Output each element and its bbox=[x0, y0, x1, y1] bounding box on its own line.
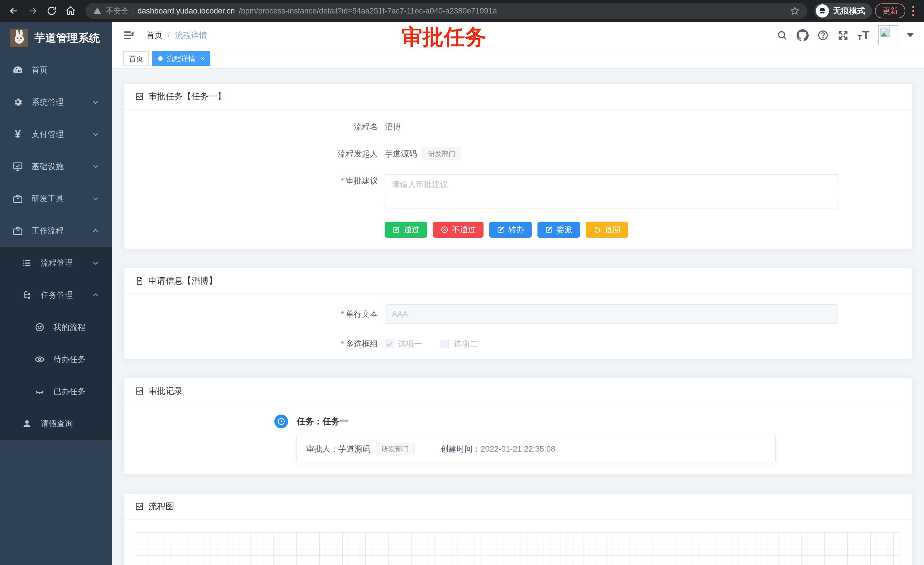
text-field-label: *单行文本 bbox=[280, 307, 378, 321]
update-button[interactable]: 更新 bbox=[875, 3, 905, 18]
card-header: 审批记录 bbox=[124, 379, 912, 404]
clock-icon bbox=[274, 415, 288, 428]
active-tab-dot bbox=[158, 56, 163, 61]
main-area: 首页 / 流程详情 TT 首页 bbox=[112, 22, 924, 565]
url-path: /bpm/process-instance/detail?id=54aa251f… bbox=[239, 7, 497, 15]
document-icon bbox=[135, 276, 144, 285]
face-icon bbox=[33, 322, 46, 332]
button-label: 委派 bbox=[556, 224, 573, 235]
sidebar-item-process-management[interactable]: 流程管理 bbox=[0, 247, 112, 279]
approver-label: 审批人： bbox=[306, 443, 338, 454]
card-header: 申请信息【滔博】 bbox=[124, 268, 912, 294]
chevron-up-icon bbox=[92, 227, 99, 234]
required-asterisk: * bbox=[341, 176, 344, 185]
back-icon[interactable] bbox=[6, 3, 22, 19]
sidebar-item-devtools[interactable]: 研发工具 bbox=[0, 183, 112, 215]
collapse-sidebar-icon[interactable] bbox=[122, 29, 135, 42]
dashboard-icon bbox=[12, 65, 24, 75]
app-header: 首页 / 流程详情 TT bbox=[112, 22, 924, 49]
breadcrumb-home[interactable]: 首页 bbox=[146, 30, 162, 41]
browser-toolbar: 不安全 dashboard.yudao.iocoder.cn /bpm/proc… bbox=[0, 0, 924, 22]
search-icon[interactable] bbox=[777, 30, 788, 41]
card-title: 申请信息【滔博】 bbox=[148, 275, 217, 287]
home-icon[interactable] bbox=[63, 3, 79, 19]
briefcase-icon bbox=[12, 193, 24, 204]
sidebar-item-todo-tasks[interactable]: 待办任务 bbox=[0, 343, 112, 376]
chevron-down-icon bbox=[92, 259, 99, 267]
approve-button[interactable]: 通过 bbox=[385, 222, 427, 238]
yen-icon: ¥ bbox=[12, 128, 24, 140]
return-button[interactable]: 退回 bbox=[586, 222, 628, 238]
logo-rabbit-image bbox=[10, 29, 28, 47]
bookmark-star-icon[interactable] bbox=[790, 6, 800, 16]
person-icon bbox=[21, 419, 33, 429]
tab-home[interactable]: 首页 bbox=[123, 51, 149, 66]
breadcrumb-separator: / bbox=[168, 31, 170, 40]
breadcrumb: 首页 / 流程详情 bbox=[146, 30, 207, 41]
checkbox-group: 选项一 选项二 bbox=[385, 337, 496, 351]
eye-open-icon bbox=[33, 354, 46, 365]
card-title: 流程图 bbox=[148, 501, 174, 512]
advice-textarea[interactable] bbox=[385, 174, 838, 209]
initiator-label: 流程发起人 bbox=[280, 147, 378, 161]
chevron-down-icon bbox=[92, 131, 99, 138]
reload-icon[interactable] bbox=[44, 3, 60, 19]
sidebar-item-task-management[interactable]: 任务管理 bbox=[0, 279, 112, 311]
annotation-title: 审批任务 bbox=[401, 23, 486, 52]
process-name-label: 流程名 bbox=[280, 120, 378, 134]
created-label: 创建时间： bbox=[441, 443, 481, 454]
github-icon[interactable] bbox=[796, 29, 808, 41]
chevron-down-icon[interactable] bbox=[907, 33, 914, 37]
advice-label: *审批建议 bbox=[280, 174, 378, 188]
picture-icon bbox=[135, 92, 144, 101]
app-logo[interactable]: 芋道管理系统 bbox=[0, 22, 112, 54]
list-icon bbox=[21, 258, 33, 268]
sidebar-item-infrastructure[interactable]: 基础设施 bbox=[0, 150, 112, 183]
checkbox-group-label: *多选框组 bbox=[280, 337, 378, 351]
help-icon[interactable] bbox=[817, 30, 829, 41]
monitor-icon bbox=[12, 161, 24, 172]
single-line-text-input[interactable] bbox=[385, 304, 838, 324]
chevron-down-icon bbox=[92, 98, 99, 106]
close-tab-icon[interactable]: × bbox=[201, 55, 205, 62]
sidebar-item-my-process[interactable]: 我的流程 bbox=[0, 311, 112, 343]
delegate-button[interactable]: 委派 bbox=[537, 222, 580, 238]
card-header: 审批任务【任务一】 bbox=[124, 84, 912, 110]
sidebar-item-label: 支付管理 bbox=[32, 129, 84, 140]
browser-menu-icon[interactable] bbox=[908, 6, 918, 16]
button-label: 转办 bbox=[508, 224, 524, 235]
button-label: 通过 bbox=[404, 224, 420, 235]
sidebar-item-label: 研发工具 bbox=[32, 193, 84, 204]
sidebar-item-label: 待办任务 bbox=[53, 354, 99, 365]
approval-timeline: 任务：任务一 审批人： 芋道源码 研发部门 创建时间： 2022-01-21 2… bbox=[274, 415, 900, 463]
sidebar-item-leave-query[interactable]: 请假查询 bbox=[0, 408, 112, 440]
fullscreen-icon[interactable] bbox=[837, 30, 849, 41]
forward-icon[interactable] bbox=[25, 3, 41, 19]
sidebar-item-system[interactable]: 系统管理 bbox=[0, 86, 112, 118]
tab-process-detail[interactable]: 流程详情 × bbox=[152, 51, 210, 66]
transfer-button[interactable]: 转办 bbox=[489, 222, 532, 238]
bpmn-diagram-canvas[interactable] bbox=[136, 532, 900, 565]
card-title: 审批记录 bbox=[148, 385, 183, 397]
checkbox-option-1[interactable]: 选项一 bbox=[385, 338, 422, 349]
briefcase-icon bbox=[12, 225, 24, 236]
font-size-icon[interactable]: TT bbox=[857, 29, 870, 41]
sidebar-item-label: 任务管理 bbox=[41, 290, 84, 301]
avatar[interactable] bbox=[878, 25, 898, 45]
page-content: 审批任务【任务一】 流程名 滔博 流程发起人 芋道源码 研发部门 bbox=[112, 69, 924, 565]
required-asterisk: * bbox=[341, 340, 344, 348]
sidebar-item-home[interactable]: 首页 bbox=[0, 54, 112, 86]
address-bar[interactable]: 不安全 dashboard.yudao.iocoder.cn /bpm/proc… bbox=[86, 3, 807, 19]
undo-icon bbox=[593, 225, 601, 234]
chevron-up-icon bbox=[92, 292, 99, 299]
edit-icon bbox=[392, 225, 400, 234]
reject-button[interactable]: 不通过 bbox=[433, 222, 483, 238]
sidebar-item-label: 首页 bbox=[32, 65, 99, 75]
sidebar-item-payment[interactable]: ¥ 支付管理 bbox=[0, 118, 112, 150]
sidebar-item-workflow[interactable]: 工作流程 bbox=[0, 215, 112, 247]
initiator-value: 芋道源码 bbox=[385, 147, 417, 161]
created-time: 2022-01-21 22:35:08 bbox=[481, 445, 555, 454]
checkbox-label: 选项二 bbox=[454, 338, 478, 349]
checkbox-option-2[interactable]: 选项二 bbox=[441, 338, 478, 349]
sidebar-item-done-tasks[interactable]: 已办任务 bbox=[0, 376, 112, 408]
